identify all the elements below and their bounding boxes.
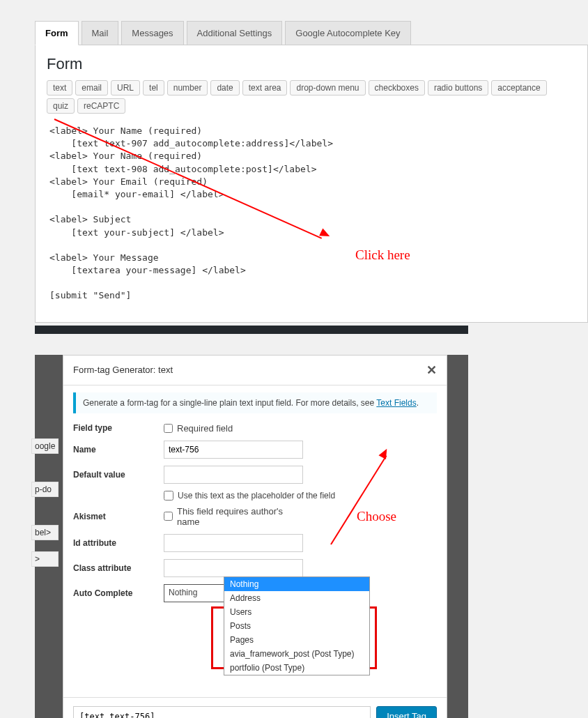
form-panel: Form text email URL tel number date text…: [35, 45, 588, 323]
tab-additional-settings[interactable]: Additional Settings: [187, 21, 283, 45]
tab-mail[interactable]: Mail: [82, 21, 119, 45]
dropdown-option-portfolio[interactable]: portfolio (Post Type): [224, 661, 369, 675]
dropdown-option-avia[interactable]: avia_framework_post (Post Type): [224, 647, 369, 661]
fragment: p-do: [31, 482, 59, 497]
dark-bar: [35, 326, 468, 334]
dropdown-option-posts[interactable]: Posts: [224, 619, 369, 633]
tag-btn-checkboxes[interactable]: checkboxes: [369, 80, 425, 96]
generated-tag-input[interactable]: [73, 706, 371, 718]
tag-btn-acceptance[interactable]: acceptance: [491, 80, 546, 96]
info-notice: Generate a form-tag for a single-line pl…: [73, 392, 437, 413]
autocomplete-selected-value: Nothing: [169, 588, 197, 597]
close-icon[interactable]: ✕: [426, 362, 437, 378]
name-label: Name: [73, 445, 164, 455]
field-type-label: Field type: [73, 423, 164, 433]
annotation-choose: Choose: [357, 509, 396, 524]
info-text: Generate a form-tag for a single-line pl…: [83, 398, 376, 408]
tag-btn-number[interactable]: number: [167, 80, 208, 96]
form-tag-generator-modal: Form-tag Generator: text ✕ Generate a fo…: [63, 355, 447, 718]
akismet-label: Akismet: [73, 512, 164, 521]
name-input[interactable]: [164, 441, 303, 459]
akismet-checkbox-label: This field requires author's name: [177, 506, 303, 527]
tag-btn-url[interactable]: URL: [111, 80, 140, 96]
tag-btn-textarea[interactable]: text area: [242, 80, 288, 96]
required-checkbox[interactable]: [164, 424, 173, 433]
form-content-editor[interactable]: <label> Your Name (required) [text text-…: [47, 119, 576, 308]
tag-btn-date[interactable]: date: [210, 80, 239, 96]
tag-btn-recaptcha[interactable]: reCAPTC: [77, 98, 125, 114]
default-value-label: Default value: [73, 470, 164, 480]
tab-bar: Form Mail Messages Additional Settings G…: [35, 21, 588, 45]
panel-title: Form: [47, 55, 576, 73]
autocomplete-dropdown: Nothing Address Users Posts Pages avia_f…: [224, 576, 370, 675]
class-attr-input[interactable]: [164, 559, 303, 577]
tab-form[interactable]: Form: [35, 21, 79, 45]
fragment: bel>: [31, 525, 59, 540]
dropdown-option-nothing[interactable]: Nothing: [224, 577, 369, 591]
text-fields-link[interactable]: Text Fields: [376, 398, 416, 408]
modal-title: Form-tag Generator: text: [73, 365, 173, 375]
tag-generator-row: text email URL tel number date text area…: [47, 80, 576, 114]
modal-backdrop: oogle p-do bel> > Form-tag Generator: te…: [35, 355, 468, 718]
id-attr-input[interactable]: [164, 534, 303, 552]
modal-footer: Insert Tag: [63, 697, 447, 718]
autocomplete-label: Auto Complete: [73, 588, 164, 598]
id-attr-label: Id attribute: [73, 538, 164, 548]
placeholder-label: Use this text as the placeholder of the …: [178, 491, 335, 501]
dropdown-option-pages[interactable]: Pages: [224, 633, 369, 647]
default-value-input[interactable]: [164, 466, 303, 484]
insert-tag-button[interactable]: Insert Tag: [376, 706, 437, 718]
dropdown-option-address[interactable]: Address: [224, 591, 369, 605]
akismet-checkbox[interactable]: [164, 512, 173, 521]
tag-btn-tel[interactable]: tel: [143, 80, 164, 96]
required-label: Required field: [177, 423, 233, 434]
placeholder-checkbox[interactable]: [164, 491, 173, 501]
fragment: oogle: [31, 438, 59, 454]
modal-header: Form-tag Generator: text ✕: [63, 356, 447, 385]
dropdown-option-users[interactable]: Users: [224, 605, 369, 619]
fragment: >: [31, 551, 59, 567]
class-attr-label: Class attribute: [73, 563, 164, 573]
tag-btn-email[interactable]: email: [75, 80, 108, 96]
tag-btn-dropdown[interactable]: drop-down menu: [290, 80, 365, 96]
annotation-click-here: Click here: [355, 247, 410, 263]
modal-body: Generate a form-tag for a single-line pl…: [63, 392, 447, 613]
tag-btn-text[interactable]: text: [47, 80, 72, 96]
tag-btn-quiz[interactable]: quiz: [47, 98, 75, 114]
tag-btn-radio[interactable]: radio buttons: [428, 80, 488, 96]
tab-messages[interactable]: Messages: [121, 21, 183, 45]
background-fragments: oogle p-do bel> >: [31, 438, 59, 568]
tab-google-autocomplete-key[interactable]: Google Autocomplete Key: [285, 21, 410, 45]
